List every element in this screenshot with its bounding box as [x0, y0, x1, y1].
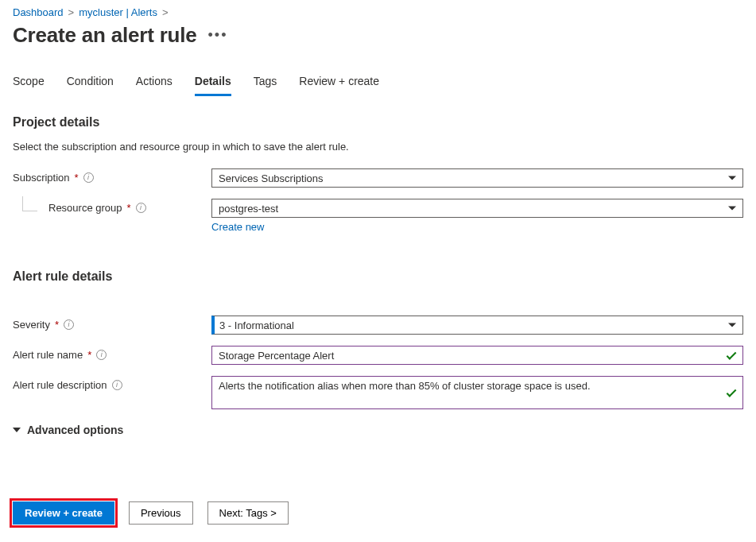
alert-rule-description-input[interactable]: Alerts the notification alias when more … — [211, 376, 743, 409]
previous-button[interactable]: Previous — [129, 501, 193, 525]
alert-rule-name-value: Storage Percentage Alert — [219, 350, 334, 362]
resource-group-label: Resource group — [48, 202, 122, 214]
info-icon[interactable]: i — [112, 380, 122, 390]
breadcrumb-dashboard[interactable]: Dashboard — [13, 6, 64, 18]
required-indicator: * — [75, 172, 79, 184]
checkmark-icon — [727, 387, 737, 397]
more-options-icon[interactable]: ••• — [208, 27, 228, 44]
subscription-label: Subscription — [13, 172, 70, 184]
chevron-down-icon — [728, 323, 736, 327]
chevron-down-icon — [13, 428, 21, 432]
chevron-right-icon: > — [162, 6, 169, 18]
alert-rule-name-label: Alert rule name — [13, 349, 83, 361]
info-icon[interactable]: i — [136, 203, 146, 213]
tab-review-create[interactable]: Review + create — [299, 75, 379, 96]
review-create-button[interactable]: Review + create — [13, 501, 114, 525]
resource-group-value: postgres-test — [219, 203, 278, 215]
tab-scope[interactable]: Scope — [13, 75, 45, 96]
create-new-resource-group-link[interactable]: Create new — [211, 221, 264, 233]
tab-tags[interactable]: Tags — [254, 75, 277, 96]
alert-rule-details-heading: Alert rule details — [13, 269, 743, 284]
info-icon[interactable]: i — [64, 319, 74, 330]
severity-value: 3 - Informational — [219, 319, 294, 331]
severity-label: Severity — [13, 319, 50, 331]
next-tags-button[interactable]: Next: Tags > — [207, 501, 289, 525]
project-details-description: Select the subscription and resource gro… — [13, 141, 743, 153]
tab-actions[interactable]: Actions — [136, 75, 173, 96]
breadcrumb-cluster-alerts[interactable]: mycluster | Alerts — [79, 6, 157, 18]
tab-condition[interactable]: Condition — [67, 75, 114, 96]
alert-rule-description-label: Alert rule description — [13, 379, 107, 391]
advanced-options-toggle[interactable]: Advanced options — [13, 424, 743, 436]
chevron-down-icon — [728, 176, 736, 180]
required-indicator: * — [55, 319, 59, 331]
project-details-heading: Project details — [13, 115, 743, 130]
tab-details[interactable]: Details — [195, 75, 231, 96]
chevron-right-icon: > — [68, 6, 75, 18]
severity-select[interactable]: 3 - Informational — [211, 316, 743, 335]
subscription-value: Services Subscriptions — [219, 172, 324, 184]
required-indicator: * — [87, 349, 91, 361]
footer-actions: Review + create Previous Next: Tags > — [13, 501, 743, 525]
page-title: Create an alert rule — [13, 23, 197, 48]
chevron-down-icon — [728, 207, 736, 211]
info-icon[interactable]: i — [96, 350, 107, 360]
info-icon[interactable]: i — [83, 172, 94, 183]
resource-group-select[interactable]: postgres-test — [211, 199, 743, 218]
alert-rule-description-value: Alerts the notification alias when more … — [219, 380, 591, 392]
checkmark-icon — [727, 350, 737, 360]
advanced-options-label: Advanced options — [27, 424, 123, 436]
required-indicator: * — [127, 202, 131, 214]
alert-rule-name-input[interactable]: Storage Percentage Alert — [211, 346, 743, 365]
subscription-select[interactable]: Services Subscriptions — [211, 168, 743, 188]
breadcrumb: Dashboard > mycluster | Alerts > — [13, 6, 743, 18]
tabs: Scope Condition Actions Details Tags Rev… — [13, 75, 743, 96]
